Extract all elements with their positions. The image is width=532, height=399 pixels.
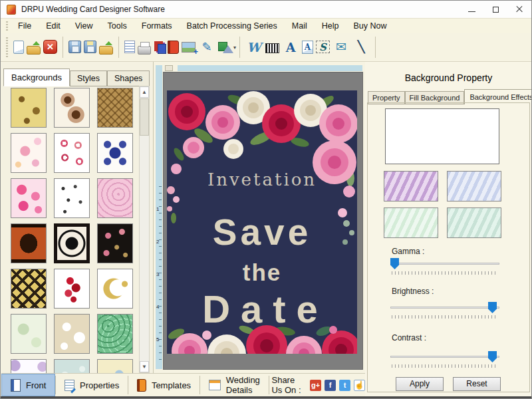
print-icon[interactable]	[138, 46, 151, 55]
save-icon[interactable]	[68, 41, 81, 53]
menu-item-mail[interactable]: Mail	[285, 19, 315, 33]
bg-thumb-black-pink-floral[interactable]	[97, 223, 133, 263]
card-text-invitation[interactable]: Invetation	[167, 171, 357, 188]
contrast-slider[interactable]	[390, 350, 499, 368]
open-file-icon[interactable]	[27, 46, 41, 55]
barcode-icon[interactable]	[265, 43, 279, 53]
panel-title: Background Property	[365, 72, 532, 83]
pen-tool-icon[interactable]: ✎	[198, 38, 215, 57]
bg-thumb-blue-damask-medallion[interactable]	[97, 133, 133, 173]
menu-item-file[interactable]: File	[11, 19, 39, 33]
new-document-icon[interactable]	[13, 41, 24, 54]
gamma-slider[interactable]	[390, 257, 499, 275]
bottom-tab-templates[interactable]: Templates	[128, 374, 200, 396]
bg-thumb-cream-hearts[interactable]	[97, 359, 133, 373]
bg-thumb-green-swirls[interactable]	[97, 314, 133, 354]
copy-pages-icon[interactable]	[158, 44, 166, 54]
tab-shapes[interactable]: Shapes	[107, 70, 150, 86]
template-book-icon[interactable]	[168, 41, 179, 54]
bottom-tab-label: Properties	[80, 380, 119, 390]
save-as-icon[interactable]	[84, 41, 96, 53]
close-file-icon[interactable]: ✕	[43, 40, 57, 54]
tab-backgrounds[interactable]: Backgrounds	[3, 68, 70, 86]
bg-thumb-lavender-floral[interactable]	[11, 359, 47, 373]
card-text-the[interactable]: the	[167, 261, 357, 284]
export-folder-icon[interactable]	[99, 46, 113, 55]
like-icon[interactable]: ☝	[354, 380, 365, 391]
brightness-slider[interactable]	[390, 301, 499, 319]
slider-track[interactable]	[390, 356, 499, 358]
reset-button[interactable]: Reset	[453, 377, 501, 391]
minimize-button[interactable]	[460, 1, 483, 18]
card-text-save[interactable]: Save	[167, 214, 357, 251]
card-viewport: Invetation Save the Date	[163, 72, 363, 370]
effect-swatch-purple-marble[interactable]	[384, 171, 438, 201]
bg-thumb-wedding-couples[interactable]	[54, 178, 90, 218]
window-bottom-edge	[1, 396, 531, 399]
card-text-date[interactable]: Date	[167, 290, 357, 329]
close-icon	[515, 5, 523, 13]
bottom-tab-front[interactable]: Front	[1, 374, 55, 396]
menu-item-buy-now[interactable]: Buy Now	[346, 19, 394, 33]
scrollbar-thumb[interactable]	[140, 98, 149, 136]
left-panel-scrollbar[interactable]: ▲ ▼	[139, 86, 150, 373]
bg-thumb-rose-petals[interactable]	[54, 269, 90, 309]
slider-track[interactable]	[390, 263, 499, 265]
design-canvas-area: 12345	[154, 62, 365, 373]
vertical-ruler: 12345	[156, 65, 162, 369]
restore-button[interactable]	[483, 1, 507, 18]
effect-swatch-teal-marble[interactable]	[447, 207, 501, 238]
word-art-icon[interactable]: W	[245, 38, 263, 57]
bg-thumb-pink-sketch-hearts[interactable]	[97, 178, 133, 218]
bg-thumb-yellow-black-lattice[interactable]	[11, 269, 47, 309]
text-page-icon[interactable]: A	[302, 41, 313, 54]
bg-thumb-heart-outlines[interactable]	[54, 133, 90, 173]
close-button[interactable]	[507, 1, 531, 18]
menu-item-batch-processing-series[interactable]: Batch Processing Series	[180, 19, 285, 33]
ruler-number: 4	[156, 304, 159, 310]
text-tool-icon[interactable]: A	[282, 38, 299, 57]
menu-item-formats[interactable]: Formats	[134, 19, 180, 33]
google-plus-icon[interactable]: g+	[310, 380, 321, 391]
card-canvas[interactable]: Invetation Save the Date	[167, 90, 357, 354]
mail-icon[interactable]: ✉	[332, 38, 350, 57]
bg-thumb-crescent-moon-star[interactable]	[97, 269, 133, 309]
background-thumbnail-grid	[1, 86, 138, 373]
facebook-icon[interactable]: f	[325, 380, 336, 391]
slider-track[interactable]	[390, 307, 499, 309]
bg-thumb-gold-floral[interactable]	[11, 88, 47, 128]
bottom-tab-label: Templates	[152, 380, 191, 390]
bottom-tab-properties[interactable]: Properties	[56, 374, 128, 396]
menu-item-tools[interactable]: Tools	[100, 19, 134, 33]
scroll-down-icon[interactable]: ▼	[140, 361, 149, 372]
bg-thumb-bw-medallion[interactable]	[54, 223, 90, 263]
slider-ticks	[392, 271, 498, 275]
scroll-up-icon[interactable]: ▲	[140, 86, 149, 98]
line-tool-icon[interactable]: ╲	[352, 38, 370, 57]
bg-thumb-beige-snowflakes[interactable]	[54, 314, 90, 354]
slider-thumb[interactable]	[488, 351, 497, 362]
bg-thumb-orange-tribal[interactable]	[11, 223, 47, 263]
menu-item-view[interactable]: View	[68, 19, 100, 33]
menu-item-edit[interactable]: Edit	[39, 19, 68, 33]
effect-swatch-green-marble[interactable]	[384, 207, 438, 238]
apply-button[interactable]: Apply	[396, 377, 444, 391]
page-notes-icon[interactable]	[124, 41, 135, 53]
bg-thumb-pale-green-floral[interactable]	[11, 314, 47, 354]
bg-thumb-gold-damask[interactable]	[97, 88, 133, 128]
signature-icon[interactable]: S	[316, 41, 330, 53]
shape-picker-icon[interactable]: ▾	[218, 41, 234, 54]
bg-thumb-pink-hearts[interactable]	[11, 178, 47, 218]
bg-thumb-pink-pastel-flowers[interactable]	[11, 133, 47, 173]
dropdown-arrow-icon[interactable]: ▾	[233, 45, 236, 51]
slider-thumb[interactable]	[390, 258, 399, 269]
menu-item-help[interactable]: Help	[315, 19, 346, 33]
twitter-icon[interactable]: t	[339, 380, 350, 391]
bg-thumb-paisley-doily[interactable]	[54, 88, 90, 128]
tab-styles[interactable]: Styles	[70, 70, 107, 86]
slider-thumb[interactable]	[488, 302, 497, 313]
bg-thumb-blue-dots[interactable]	[54, 359, 90, 373]
effect-swatch-blue-marble[interactable]	[447, 171, 501, 201]
insert-image-icon[interactable]	[182, 42, 196, 53]
bottom-tab-wedding-details[interactable]: Wedding Details	[200, 374, 269, 396]
